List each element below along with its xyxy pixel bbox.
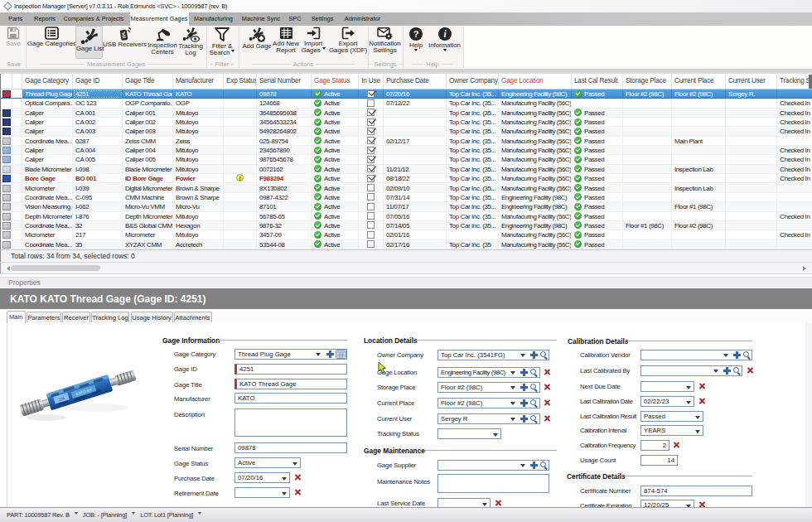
svg-text:?: ? — [413, 29, 419, 39]
